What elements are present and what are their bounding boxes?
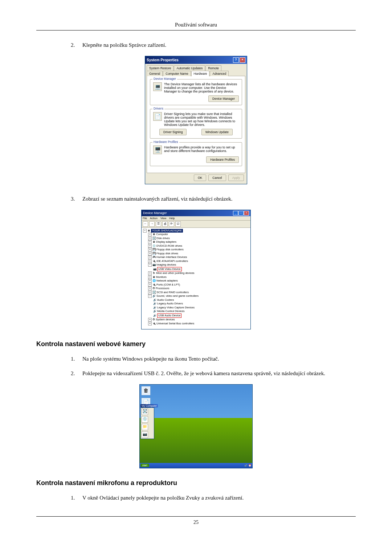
step-2: 2. Klepněte na položku Správce zařízení. [71,41,356,49]
view-icon[interactable]: ☰ [156,221,161,227]
devmgr-title: Device Manager [143,211,167,215]
page-number: 25 [36,516,356,525]
webcam-step-1-text: Na ploše systému Windows poklepejte na i… [82,355,356,363]
tree-leaf[interactable]: Media Control Devices [157,309,184,313]
expand-icon[interactable]: + [148,271,152,275]
device-manager-window: Device Manager _ □ × File Action View He… [141,210,251,330]
expand-icon[interactable]: − [148,294,152,298]
expand-icon[interactable]: + [148,322,152,325]
forward-icon[interactable]: → [149,221,155,227]
drive-icon[interactable]: 💿 [142,416,148,423]
hardware-profiles-button[interactable]: Hardware Profiles [206,156,239,163]
tab-computer-name[interactable]: Computer Name [163,71,191,76]
tab-remote[interactable]: Remote [205,65,221,71]
tree-node[interactable]: Imaging devices [156,263,176,266]
folder-icon[interactable]: 📁 [142,424,148,430]
ok-button[interactable]: OK [194,175,206,181]
devmgr-menubar: File Action View Help [142,216,250,221]
device-manager-group: Device Manager 💻 The Device Manager list… [150,79,242,105]
tree-root[interactable]: YOUR-SHDVUADSQRE [151,229,183,233]
driver-signing-button[interactable]: Driver Signing [159,129,187,135]
expand-icon[interactable]: + [148,252,152,255]
expand-icon[interactable]: + [148,318,152,321]
tree-leaf[interactable]: Legacy Audio Drivers [157,302,183,305]
my-computer-window: My Computer 💽 💿 📁 📷 [140,404,158,439]
menu-file[interactable]: File [143,217,147,220]
usb-video-device-highlight[interactable]: USB Video Device [157,267,182,272]
tree-node[interactable]: Monitors [156,275,167,279]
mic-step-1-number: 1. [71,494,82,502]
minimize-icon[interactable]: _ [233,211,238,216]
webcam-step-2: 2. Poklepejte na videozařízení USB č. 2.… [71,370,356,378]
tree-node[interactable]: SCSI and RAID controllers [156,291,189,294]
tree-node[interactable]: Ports (COM & LPT) [156,283,180,286]
tab-general[interactable]: General [147,71,163,76]
tab-automatic-updates[interactable]: Automatic Updates [174,65,205,71]
tree-node[interactable]: Network adapters [156,279,178,282]
step-3-number: 3. [71,195,82,203]
tree-leaf[interactable]: Audio Codecs [157,298,174,301]
section-webcam-heading: Kontrola nastavení webové kamery [36,340,356,348]
step-3-text: Zobrazí se seznam nainstalovaných zaříze… [82,195,356,203]
tree-node[interactable]: Floppy disk drives [156,252,178,255]
tree-node[interactable]: Human Interface Devices [156,255,187,259]
tree-node[interactable]: Processors [156,287,170,290]
tree-node[interactable]: DVD/CD-ROM drives [156,244,182,247]
menu-view[interactable]: View [160,217,166,220]
usb-video-icon[interactable]: 📷 [142,431,148,438]
hardware-profiles-group: Hardware Profiles 🖥️ Hardware profiles p… [150,142,242,166]
tree-leaf[interactable]: Legacy Video Capture Devices [157,306,195,309]
tree-node[interactable]: IDE ATA/ATAPI controllers [156,259,188,263]
tab-system-restore[interactable]: System Restore [147,65,173,71]
expand-icon[interactable]: + [148,291,152,294]
tab-hardware[interactable]: Hardware [191,71,210,76]
expand-icon[interactable]: + [148,275,152,279]
hardware-profiles-legend: Hardware Profiles [152,140,179,144]
expand-icon[interactable]: + [148,279,152,283]
close-icon[interactable]: × [244,211,249,216]
tree-node[interactable]: System devices [156,318,175,321]
recycle-bin-icon[interactable]: 🗑 [141,386,151,395]
my-computer-titlebar: My Computer [140,404,158,407]
windows-update-button[interactable]: Windows Update [201,129,233,135]
drive-icon[interactable]: 💽 [142,409,148,415]
tree-node[interactable]: Disk drives [156,237,170,240]
expand-icon[interactable]: + [148,259,152,263]
tree-node[interactable]: Mice and other pointing devices [156,271,194,275]
expand-icon[interactable]: − [148,263,152,267]
device-manager-desc: The Device Manager lists all the hardwar… [164,82,239,93]
expand-icon[interactable]: + [148,287,152,290]
refresh-icon[interactable]: ⟳ [169,221,174,227]
tree-node[interactable]: Computer [156,233,168,236]
apply-button[interactable]: Apply [228,175,244,181]
back-icon[interactable]: ← [143,221,148,227]
expand-icon[interactable]: + [148,237,152,240]
system-tray[interactable]: 🔊 ⏰ [244,464,252,467]
windows-desktop-screenshot: 🗑 📄 My Computer 💽 💿 📁 📷 start 🔊 ⏰ [139,384,253,468]
expand-icon[interactable]: − [143,229,147,233]
expand-icon[interactable]: + [148,240,152,244]
cancel-button[interactable]: Cancel [208,175,226,181]
usb-audio-device-highlight[interactable]: USB Audio Device [157,313,181,318]
close-icon[interactable]: × [240,57,245,63]
menu-help[interactable]: Help [169,217,175,220]
expand-icon[interactable]: + [148,244,152,248]
tree-node[interactable]: Universal Serial Bus controllers [156,322,194,325]
tree-node[interactable]: Display adapters [156,240,176,243]
expand-icon[interactable]: + [148,233,152,236]
tab-advanced[interactable]: Advanced [210,71,229,76]
tree-node[interactable]: Floppy disk controllers [156,248,184,251]
print-icon[interactable]: 🖨 [162,221,168,227]
menu-action[interactable]: Action [150,217,158,220]
expand-icon[interactable]: + [148,283,152,287]
tree-node[interactable]: Sound, video and game controllers [156,294,199,297]
device-manager-button[interactable]: Device Manager [208,95,239,102]
expand-icon[interactable]: + [148,255,152,259]
start-button[interactable]: start [140,464,149,467]
maximize-icon[interactable]: □ [238,211,244,216]
drivers-desc: Driver Signing lets you make sure that i… [164,112,239,127]
properties-icon[interactable]: ☑ [175,221,181,227]
device-manager-legend: Device Manager [152,77,177,81]
help-icon[interactable]: ? [233,57,239,63]
expand-icon[interactable]: + [148,248,152,251]
